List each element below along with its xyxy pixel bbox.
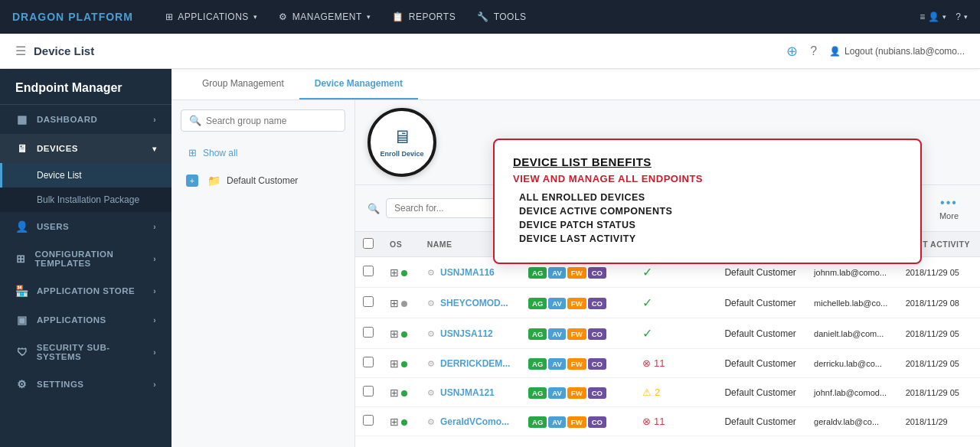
os-icon: ⊞: [390, 297, 399, 309]
cell-owner: johnf.lab@comod...: [806, 378, 898, 407]
reports-icon: 📋: [392, 11, 404, 22]
os-icon: ⊞: [390, 357, 399, 370]
help-circle-button[interactable]: ?: [810, 44, 817, 58]
nav-tools[interactable]: 🔧 TOOLS: [468, 7, 535, 27]
nav-reports[interactable]: 📋 REPORTS: [383, 7, 465, 27]
patch-ok-icon: ✓: [642, 327, 652, 340]
main-layout: Endpoint Manager ▦ Dashboard › 🖥 Devices…: [0, 69, 980, 447]
sidebar-header: Endpoint Manager: [0, 69, 172, 105]
device-detail-icon: ⚙: [427, 329, 435, 338]
device-name-link[interactable]: GeraldVComo...: [440, 416, 509, 427]
badge-ag: AG: [528, 267, 547, 279]
status-dot-0: [401, 270, 407, 276]
device-name-link[interactable]: SHEYCOMOD...: [440, 298, 508, 308]
sidebar-item-config-templates[interactable]: ⊞ Configuration Templates ›: [0, 241, 172, 276]
more-button[interactable]: ••• More: [930, 191, 968, 225]
settings-label: Settings: [37, 380, 84, 389]
status-dot-1: [401, 301, 407, 307]
row-checkbox-2[interactable]: [363, 327, 374, 338]
device-name-link[interactable]: USNJMA116: [440, 267, 495, 278]
enroll-device-button[interactable]: 🖥 Enroll Device: [368, 108, 436, 177]
benefit-item-3: DEVICE PATCH STATUS: [513, 220, 899, 230]
logout-button[interactable]: 👤 Logout (nubians.lab@como...: [829, 46, 965, 57]
select-all-checkbox[interactable]: [363, 238, 374, 249]
users-label: Users: [37, 222, 69, 231]
device-name-link[interactable]: USNJSA112: [440, 328, 493, 339]
add-button[interactable]: ⊕: [786, 43, 798, 60]
nav-tools-label: TOOLS: [494, 11, 527, 22]
badge-av: AV: [548, 328, 566, 340]
badge-av: AV: [548, 387, 566, 399]
sidebar-item-security[interactable]: 🛡 Security Sub-Systems ›: [0, 334, 172, 370]
status-dot-2: [401, 331, 407, 338]
management-chevron-icon: ▾: [367, 13, 371, 21]
cell-os: ⊞: [382, 318, 420, 349]
device-name-link[interactable]: USNJMA121: [440, 387, 495, 398]
enroll-device-label: Enroll Device: [380, 150, 423, 158]
group-name-label: Default Customer: [227, 175, 298, 186]
cell-os: ⊞: [382, 257, 420, 288]
security-chevron-icon: ›: [153, 348, 156, 357]
cell-os: ⊞: [382, 288, 420, 318]
dashboard-icon: ▦: [15, 113, 29, 126]
sidebar-item-device-list[interactable]: Device List: [0, 163, 172, 188]
cell-checkbox: [355, 257, 382, 288]
nav-reports-label: REPORTS: [409, 11, 456, 22]
cell-active-components: AGAVFWCO: [521, 407, 635, 436]
brand-dragon: DRAGON: [12, 11, 64, 23]
config-templates-chevron-icon: ›: [153, 255, 156, 263]
device-name-link[interactable]: DERRICKDEM...: [440, 358, 510, 369]
row-checkbox-5[interactable]: [363, 415, 374, 426]
sidebar-item-users[interactable]: 👤 Users ›: [0, 212, 172, 241]
nav-applications[interactable]: ⊞ APPLICATIONS ▾: [156, 7, 266, 27]
group-search-box[interactable]: 🔍: [181, 109, 345, 132]
sidebar-item-bulk-install[interactable]: Bulk Installation Package: [0, 188, 172, 212]
cell-patch-status: ⚠ 2: [635, 378, 717, 407]
nav-management[interactable]: ⚙ MANAGEMENT ▾: [270, 7, 380, 27]
help-button[interactable]: ? ▾: [956, 11, 968, 22]
group-item-default[interactable]: + 📁 Default Customer: [172, 168, 354, 194]
group-folder-icon: 📁: [207, 175, 220, 187]
sidebar-item-dashboard[interactable]: ▦ Dashboard ›: [0, 105, 172, 134]
badge-av: AV: [548, 416, 566, 428]
group-search-input[interactable]: [206, 116, 337, 126]
management-gear-icon: ⚙: [279, 11, 288, 22]
badge-ag: AG: [528, 416, 547, 428]
row-checkbox-4[interactable]: [363, 386, 374, 396]
col-checkbox: [355, 232, 382, 257]
device-detail-icon: ⚙: [427, 417, 435, 426]
badge-fw: FW: [567, 358, 586, 370]
group-add-icon[interactable]: +: [186, 175, 198, 187]
badge-co: CO: [588, 387, 606, 399]
left-panel: 🔍 ⊞ Show all + 📁 Default Customer: [172, 100, 355, 447]
row-checkbox-3[interactable]: [363, 357, 374, 367]
patch-ok-icon: ✓: [642, 296, 652, 309]
notifications-button[interactable]: ≡ 👤 ▾: [920, 11, 946, 22]
cell-checkbox: [355, 288, 382, 318]
cell-patch-status: ✓: [635, 318, 717, 349]
tab-device-management[interactable]: Device Management: [299, 69, 418, 100]
nav-management-label: MANAGEMENT: [292, 11, 362, 22]
notifications-chevron: ▾: [942, 13, 946, 21]
tab-group-management[interactable]: Group Management: [187, 69, 299, 100]
cell-patch-status: ⊗ 11: [635, 349, 717, 378]
sidebar-item-devices[interactable]: 🖥 Devices ▾: [0, 134, 172, 163]
row-checkbox-1[interactable]: [363, 296, 374, 307]
badge-av: AV: [548, 298, 566, 309]
cell-last-activity: 2018/11/29 08: [898, 288, 980, 318]
cell-owner: derricku.lab@co...: [806, 349, 898, 378]
users-icon: 👤: [15, 220, 29, 233]
sidebar-item-app-store[interactable]: 🏪 Application Store ›: [0, 276, 172, 305]
show-all-button[interactable]: ⊞ Show all: [181, 141, 345, 165]
cell-owner: geraldv.lab@co...: [806, 407, 898, 436]
badge-ag: AG: [528, 387, 547, 399]
nav-items: ⊞ APPLICATIONS ▾ ⚙ MANAGEMENT ▾ 📋 REPORT…: [156, 7, 920, 27]
hamburger-icon[interactable]: ☰: [15, 44, 26, 58]
benefit-item-4: DEVICE LAST ACTIVITY: [513, 233, 899, 244]
row-checkbox-0[interactable]: [363, 266, 374, 276]
sidebar-item-applications[interactable]: ▣ Applications ›: [0, 305, 172, 334]
sidebar-item-settings[interactable]: ⚙ Settings ›: [0, 370, 172, 399]
second-bar: ☰ Device List ⊕ ? 👤 Logout (nubians.lab@…: [0, 34, 980, 69]
dashboard-label: Dashboard: [37, 115, 97, 124]
benefits-title: DEVICE LIST BENEFITS: [513, 155, 899, 168]
